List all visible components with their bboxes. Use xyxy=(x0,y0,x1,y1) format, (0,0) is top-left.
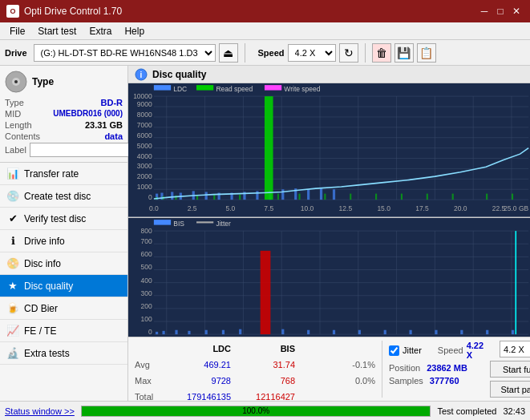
sidebar-item-disc-quality[interactable]: ★ Disc quality xyxy=(0,275,127,297)
speed-selector[interactable]: 4.2 X xyxy=(288,44,336,62)
svg-text:100: 100 xyxy=(141,315,152,323)
svg-rect-5 xyxy=(128,83,530,217)
menu-help[interactable]: Help xyxy=(118,24,151,38)
toolbar: Drive (G:) HL-DT-ST BD-RE WH16NS48 1.D3 … xyxy=(0,40,530,66)
start-full-button[interactable]: Start full xyxy=(490,361,530,378)
stats-avg-row: Avg 469.21 31.74 -0.1% xyxy=(135,357,375,373)
svg-text:500: 500 xyxy=(141,263,152,271)
speed-label-2: Speed xyxy=(438,345,463,355)
menu-extra[interactable]: Extra xyxy=(83,24,118,38)
label-label: Label xyxy=(5,145,26,155)
sidebar-item-cd-bier[interactable]: 🍺 CD Bier xyxy=(0,297,127,320)
svg-text:Write speed: Write speed xyxy=(284,85,320,93)
minimize-button[interactable]: ─ xyxy=(477,4,492,18)
speed-dropdown[interactable]: 4.2 X xyxy=(500,341,530,357)
cd-bier-icon: 🍺 xyxy=(6,302,19,315)
max-jitter: 0.0% xyxy=(295,376,375,386)
stats-right: Jitter Speed 4.22 X Position 23862 MB Sa… xyxy=(382,341,483,398)
svg-rect-59 xyxy=(350,194,351,200)
drive-label: Drive xyxy=(5,48,27,58)
svg-rect-122 xyxy=(156,332,158,334)
svg-rect-121 xyxy=(261,250,271,333)
stats-bis-header: BIS xyxy=(231,344,295,353)
type-label: Type xyxy=(5,98,24,107)
samples-value: 377760 xyxy=(430,376,459,386)
disc-icon xyxy=(5,71,27,93)
start-part-button[interactable]: Start part xyxy=(490,381,530,398)
svg-rect-46 xyxy=(307,189,310,200)
svg-text:600: 600 xyxy=(141,250,152,258)
svg-text:400: 400 xyxy=(141,276,152,284)
svg-text:5000: 5000 xyxy=(137,142,152,150)
svg-text:0.0: 0.0 xyxy=(149,204,159,212)
eject-button[interactable]: ⏏ xyxy=(219,43,238,63)
create-test-disc-icon: 💿 xyxy=(6,190,19,203)
svg-text:LDC: LDC xyxy=(173,85,187,93)
mid-value: UMEBDR016 (000) xyxy=(53,109,123,119)
svg-rect-35 xyxy=(171,192,173,200)
menu-file[interactable]: File xyxy=(3,24,31,38)
jitter-checkbox[interactable] xyxy=(389,345,399,356)
stats-table: LDC BIS Avg 469.21 31.74 -0.1% Max 9728 … xyxy=(135,341,375,398)
sidebar-item-drive-info[interactable]: ℹ Drive info xyxy=(0,230,127,252)
drive-info-label: Drive info xyxy=(24,236,65,247)
mid-label: MID xyxy=(5,109,21,119)
refresh-button[interactable]: ↻ xyxy=(339,43,358,63)
sidebar-item-fe-te[interactable]: 📈 FE / TE xyxy=(0,320,127,342)
main-area: Type Type BD-R MID UMEBDR016 (000) Lengt… xyxy=(0,66,530,401)
drive-selector[interactable]: (G:) HL-DT-ST BD-RE WH16NS48 1.D3 xyxy=(34,44,216,62)
svg-rect-62 xyxy=(427,194,428,200)
close-button[interactable]: ✕ xyxy=(509,4,524,18)
content-area: i Disc quality xyxy=(128,66,530,401)
length-value: 23.31 GB xyxy=(85,120,123,130)
label-input[interactable] xyxy=(30,143,133,157)
erase-button[interactable]: 🗑 xyxy=(372,43,391,63)
sidebar-item-create-test-disc[interactable]: 💿 Create test disc xyxy=(0,185,127,208)
sidebar-item-transfer-rate[interactable]: 📊 Transfer rate xyxy=(0,163,127,185)
svg-text:800: 800 xyxy=(141,227,152,235)
svg-rect-63 xyxy=(452,194,454,200)
disc-label-row: Label ✏ xyxy=(5,143,123,157)
svg-text:2.5: 2.5 xyxy=(188,204,197,212)
svg-rect-64 xyxy=(486,194,488,200)
extra-tests-label: Extra tests xyxy=(24,348,70,359)
status-window-button[interactable]: Status window >> xyxy=(5,406,75,416)
max-bis: 768 xyxy=(231,376,295,386)
extra-tests-icon: 🔬 xyxy=(6,347,19,360)
menu-start-test[interactable]: Start test xyxy=(31,24,83,38)
disc-info-icon: 📀 xyxy=(6,257,19,270)
disc-header: Type xyxy=(5,71,123,93)
disc-mid-row: MID UMEBDR016 (000) xyxy=(5,109,123,119)
svg-text:1000: 1000 xyxy=(137,183,152,191)
svg-rect-129 xyxy=(281,329,284,333)
max-ldc: 9728 xyxy=(167,376,231,386)
svg-text:20.0: 20.0 xyxy=(454,204,467,212)
svg-text:6000: 6000 xyxy=(137,131,152,139)
top-chart-svg: LDC Read speed Write speed xyxy=(128,83,530,217)
contents-value: data xyxy=(104,131,123,141)
svg-rect-136 xyxy=(460,329,463,333)
burn-button[interactable]: 💾 xyxy=(394,43,414,63)
sidebar-item-verify-test-disc[interactable]: ✔ Verify test disc xyxy=(0,208,127,230)
save-button[interactable]: 📋 xyxy=(417,43,436,63)
maximize-button[interactable]: □ xyxy=(493,4,508,18)
jitter-label: Jitter xyxy=(403,345,422,355)
svg-text:10000: 10000 xyxy=(133,92,152,100)
max-label: Max xyxy=(135,376,167,386)
svg-rect-49 xyxy=(265,96,273,200)
svg-rect-44 xyxy=(281,189,284,200)
separator xyxy=(245,43,245,63)
position-label: Position xyxy=(389,363,420,373)
svg-rect-58 xyxy=(324,194,326,200)
svg-text:Read speed: Read speed xyxy=(216,85,253,93)
svg-rect-135 xyxy=(435,329,437,333)
svg-point-2 xyxy=(14,80,18,83)
svg-rect-53 xyxy=(196,196,198,200)
sidebar-item-disc-info[interactable]: 📀 Disc info xyxy=(0,252,127,275)
time-display: 32:43 xyxy=(503,406,525,416)
create-test-disc-label: Create test disc xyxy=(24,191,91,202)
sidebar-item-extra-tests[interactable]: 🔬 Extra tests xyxy=(0,342,127,365)
progress-text: 100.0% xyxy=(82,406,431,416)
position-row: Position 23862 MB xyxy=(389,363,483,373)
svg-rect-137 xyxy=(486,329,488,333)
